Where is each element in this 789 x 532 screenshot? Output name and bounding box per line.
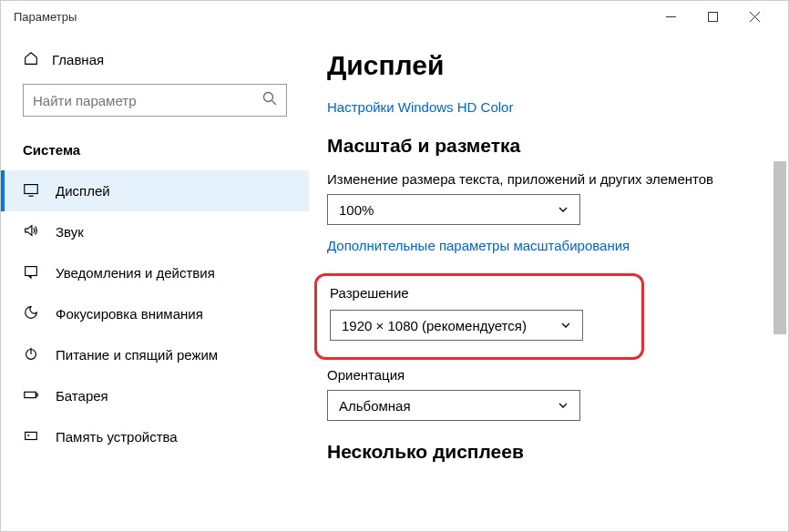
scale-heading: Масштаб и разметка <box>327 135 748 157</box>
home-label: Главная <box>52 52 104 67</box>
svg-rect-5 <box>25 392 36 397</box>
sidebar-item-label: Уведомления и действия <box>56 265 215 281</box>
power-icon <box>23 345 39 364</box>
window-title: Параметры <box>14 10 650 24</box>
resolution-value: 1920 × 1080 (рекомендуется) <box>342 318 560 333</box>
sound-icon <box>23 222 39 241</box>
home-link[interactable]: Главная <box>1 43 309 84</box>
svg-rect-0 <box>708 12 717 21</box>
focus-icon <box>23 304 39 323</box>
chevron-down-icon <box>558 398 569 414</box>
scrollbar-thumb[interactable] <box>774 161 786 334</box>
sidebar-item-label: Батарея <box>56 388 108 404</box>
section-heading: Система <box>1 133 309 170</box>
chevron-down-icon <box>558 202 569 218</box>
orientation-dropdown[interactable]: Альбомная <box>327 390 580 421</box>
sidebar-item-focus[interactable]: Фокусировка внимания <box>1 293 309 334</box>
search-input[interactable] <box>33 93 262 108</box>
chevron-down-icon <box>560 318 571 333</box>
page-title: Дисплей <box>327 50 748 81</box>
orientation-label: Ориентация <box>327 367 748 383</box>
battery-icon <box>23 386 39 405</box>
orientation-value: Альбомная <box>339 398 558 414</box>
sidebar-item-label: Дисплей <box>56 183 110 199</box>
multi-displays-heading: Несколько дисплеев <box>327 441 748 463</box>
sidebar-item-power[interactable]: Питание и спящий режим <box>1 334 309 375</box>
sidebar-item-display[interactable]: Дисплей <box>1 170 309 211</box>
sidebar-item-storage[interactable]: Память устройства <box>1 416 309 457</box>
svg-point-1 <box>264 93 273 102</box>
search-input-container[interactable] <box>23 84 287 117</box>
svg-rect-2 <box>25 185 37 194</box>
home-icon <box>23 50 39 69</box>
sidebar-item-battery[interactable]: Батарея <box>1 375 309 416</box>
display-icon <box>23 181 39 200</box>
storage-icon <box>23 427 39 446</box>
sidebar-item-label: Фокусировка внимания <box>56 306 203 322</box>
sidebar-item-label: Память устройства <box>56 429 178 445</box>
resolution-highlight: Разрешение 1920 × 1080 (рекомендуется) <box>314 273 644 360</box>
sidebar-item-notifications[interactable]: Уведомления и действия <box>1 252 309 293</box>
scale-label: Изменение размера текста, приложений и д… <box>327 171 748 187</box>
scale-value: 100% <box>339 202 558 218</box>
advanced-scaling-link[interactable]: Дополнительные параметры масштабирования <box>327 238 748 253</box>
search-icon <box>262 91 277 109</box>
svg-rect-7 <box>26 432 37 439</box>
svg-rect-3 <box>26 267 37 276</box>
svg-point-8 <box>28 435 29 436</box>
svg-rect-6 <box>36 394 37 396</box>
resolution-dropdown[interactable]: 1920 × 1080 (рекомендуется) <box>330 310 583 341</box>
scrollbar[interactable] <box>774 32 786 531</box>
minimize-button[interactable] <box>650 2 692 31</box>
notifications-icon <box>23 263 39 282</box>
sidebar-item-label: Звук <box>56 224 84 240</box>
sidebar-item-label: Питание и спящий режим <box>56 347 218 363</box>
sidebar-item-sound[interactable]: Звук <box>1 211 309 252</box>
hd-color-link[interactable]: Настройки Windows HD Color <box>327 99 748 115</box>
resolution-label: Разрешение <box>330 285 629 301</box>
close-button[interactable] <box>733 2 775 31</box>
maximize-button[interactable] <box>692 2 733 31</box>
scale-dropdown[interactable]: 100% <box>327 194 580 225</box>
